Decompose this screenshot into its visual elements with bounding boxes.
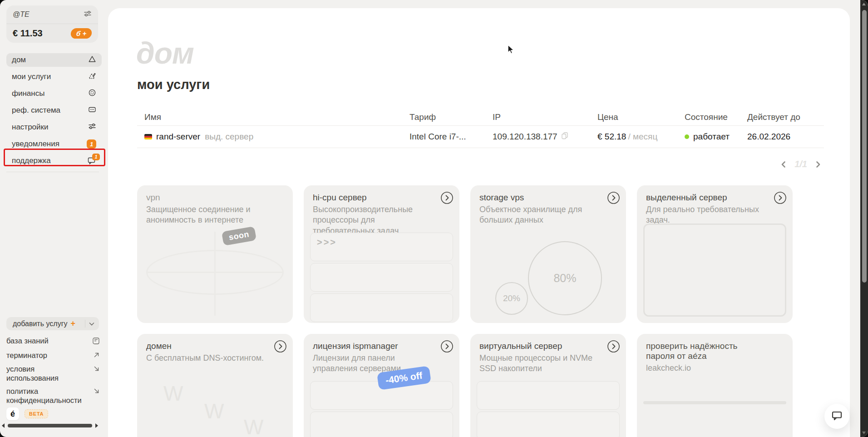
stack-art: >>> <box>310 233 453 323</box>
card-virtual-server[interactable]: виртуальный сервер Мощные процессоры и N… <box>470 334 626 437</box>
card-arrow-button[interactable] <box>441 340 453 353</box>
arrow-up-right-icon <box>93 351 100 360</box>
scroll-thumb[interactable] <box>8 424 92 427</box>
support-badge: 1 <box>92 154 100 160</box>
storage-circle-20: 20% <box>495 282 528 315</box>
app-window: @TE € 11.53 б + дом <box>0 0 868 437</box>
brand-logo[interactable]: é <box>6 407 19 420</box>
referral-card-icon <box>88 105 96 115</box>
link-terminator[interactable]: терминатор <box>6 351 100 360</box>
link-knowledge-base[interactable]: база знаний <box>6 336 100 347</box>
stack-art <box>477 381 620 437</box>
prev-page-button[interactable] <box>780 160 787 169</box>
table-row[interactable]: rand-server выд. сервер Intel Core i7-..… <box>137 125 824 148</box>
chat-fab-button[interactable] <box>824 404 849 429</box>
page-watermark: дом <box>136 38 194 68</box>
sidebar-menu: дом мои услуги финансы <box>6 53 102 171</box>
next-page-button[interactable] <box>814 160 822 169</box>
home-triangle-icon <box>88 55 96 65</box>
frame-art <box>643 223 786 317</box>
server-kind: выд. сервер <box>205 132 253 142</box>
page-indicator: 1/1 <box>794 159 807 169</box>
service-cards-grid: vpn Защищенное соединение и анонимность … <box>137 185 793 437</box>
server-ip: 109.120.138.177 <box>493 132 557 142</box>
chat-bubble-icon <box>831 410 843 423</box>
server-price: € 52.18 <box>597 132 626 141</box>
sidebar-item-notifications[interactable]: уведомления 1 <box>6 137 102 151</box>
card-leakcheck[interactable]: проверить надёжность пароля от aéza leak… <box>637 334 793 437</box>
services-table: Имя Тариф IP Цена Состояние Действует до… <box>137 109 824 148</box>
sidebar-item-finances[interactable]: финансы <box>6 87 102 100</box>
document-icon <box>92 336 100 347</box>
account-handle: @TE <box>13 10 30 19</box>
soon-badge: soon <box>222 226 256 246</box>
brand-row: é BETA <box>6 407 48 420</box>
coin-icon <box>88 89 96 99</box>
card-arrow-button[interactable] <box>607 192 620 204</box>
plus-icon: + <box>70 319 81 328</box>
bonus-topup-button[interactable]: б + <box>70 28 93 39</box>
vertical-scroll-thumb[interactable] <box>862 10 867 283</box>
link-terms[interactable]: условия использования <box>6 364 100 382</box>
card-arrow-button[interactable] <box>607 340 620 353</box>
notifications-badge: 1 <box>87 139 96 149</box>
arrow-down-right-icon <box>93 364 100 374</box>
sidebar-item-referral[interactable]: реф. система <box>6 104 102 117</box>
stack-art <box>310 381 453 437</box>
card-vpn[interactable]: vpn Защищенное соединение и анонимность … <box>137 185 293 323</box>
card-arrow-button[interactable] <box>274 340 286 353</box>
card-storage-vps[interactable]: storage vps Объектное хранилище для боль… <box>470 185 626 323</box>
germany-flag-icon <box>144 134 152 139</box>
scroll-left-arrow[interactable] <box>2 423 5 428</box>
sidebar-item-support[interactable]: поддержка 1 <box>6 154 102 168</box>
sidebar-item-my-services[interactable]: мои услуги <box>6 70 102 84</box>
sidebar-footer-links: база знаний терминатор условия использов… <box>6 336 100 409</box>
www-art: W <box>163 383 183 404</box>
scroll-down-arrow[interactable] <box>862 432 866 434</box>
page-title: мои услуги <box>137 77 210 92</box>
card-arrow-button[interactable] <box>774 192 786 204</box>
sidebar-item-settings[interactable]: настройки <box>6 120 102 134</box>
beta-badge: BETA <box>25 409 48 418</box>
arrow-down-right-icon <box>93 387 100 396</box>
storage-circle-80: 80% <box>528 241 602 315</box>
sidebar: @TE € 11.53 б + дом <box>0 0 108 437</box>
status-dot <box>685 134 689 139</box>
server-name[interactable]: rand-server <box>156 132 200 142</box>
account-settings-icon[interactable] <box>84 10 92 20</box>
card-hicpu[interactable]: hi-cpu сервер Высокопроизводительные про… <box>304 185 459 323</box>
status-text: работает <box>693 132 730 142</box>
main-panel: дом мои услуги Имя Тариф IP Цена Состоян… <box>108 8 850 437</box>
card-arrow-button[interactable] <box>441 192 453 204</box>
server-tariff: Intel Core i7-... <box>409 132 493 142</box>
password-input-placeholder[interactable] <box>643 401 786 404</box>
services-icon <box>88 72 96 82</box>
scroll-up-arrow[interactable] <box>862 3 866 5</box>
card-ispmanager[interactable]: лицензия ispmanager Лицензии для панели … <box>304 334 459 437</box>
link-privacy[interactable]: политика конфиденциальности <box>6 387 100 405</box>
card-dedicated[interactable]: выделенный сервер Для реально требовател… <box>637 185 793 323</box>
sidebar-horizontal-scrollbar[interactable] <box>2 423 98 428</box>
vertical-scrollbar[interactable] <box>860 0 868 437</box>
price-period: / месяц <box>628 132 657 141</box>
card-domain[interactable]: домен С бесплатным DNS-хостингом. W W W <box>137 334 293 437</box>
account-balance: € 11.53 <box>13 28 43 39</box>
sidebar-divider <box>6 172 99 172</box>
pagination: 1/1 <box>780 159 822 169</box>
table-header: Имя Тариф IP Цена Состояние Действует до <box>137 109 824 125</box>
support-chat-icon: 1 <box>87 157 96 165</box>
add-service-button[interactable]: добавить услугу + <box>6 317 99 330</box>
sidebar-item-home[interactable]: дом <box>6 53 102 67</box>
account-card: @TE € 11.53 б + <box>6 5 98 43</box>
chevron-down-icon[interactable] <box>89 320 94 328</box>
sliders-icon <box>88 122 96 132</box>
server-expires: 26.02.2026 <box>747 132 824 142</box>
copy-ip-icon[interactable] <box>561 132 568 142</box>
scroll-right-arrow[interactable] <box>95 423 98 428</box>
